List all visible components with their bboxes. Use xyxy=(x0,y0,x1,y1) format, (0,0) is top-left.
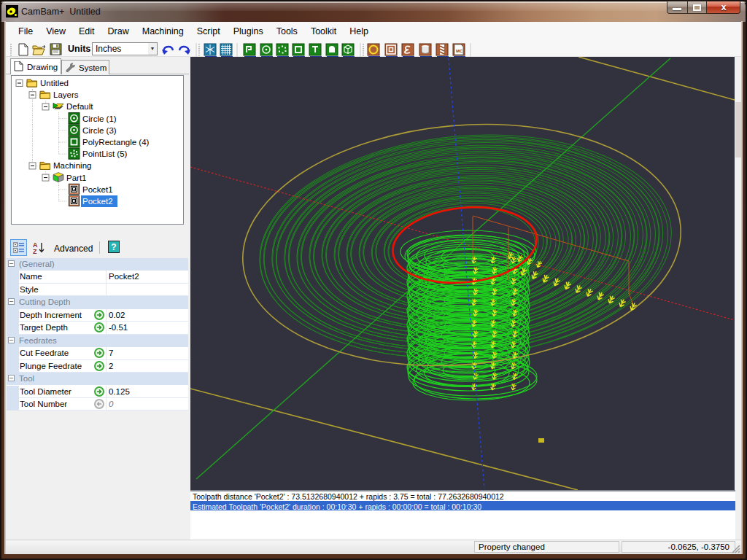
svg-text:Pocket2: Pocket2 xyxy=(82,197,113,206)
svg-text:Z: Z xyxy=(33,248,37,254)
svg-text:Pocket1: Pocket1 xyxy=(82,185,113,194)
svg-text:MC: MC xyxy=(456,49,463,53)
svg-text:Part1: Part1 xyxy=(66,174,87,182)
svg-text:PointList (5): PointList (5) xyxy=(82,149,128,158)
svg-text:Default: Default xyxy=(66,102,93,111)
svg-text:Layers: Layers xyxy=(53,90,79,99)
svg-text:Circle (1): Circle (1) xyxy=(82,114,117,123)
svg-text:Untitled: Untitled xyxy=(40,79,69,88)
svg-text:Circle (3): Circle (3) xyxy=(82,126,117,135)
svg-text:PolyRectangle (4): PolyRectangle (4) xyxy=(82,138,150,147)
svg-text:Machining: Machining xyxy=(53,161,91,170)
